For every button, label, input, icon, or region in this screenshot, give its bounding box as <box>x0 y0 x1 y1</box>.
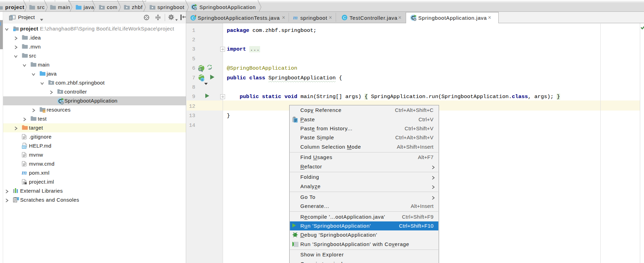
svg-text:C: C <box>192 16 195 20</box>
svg-text:C: C <box>343 16 346 20</box>
svg-text:MD: MD <box>22 146 26 148</box>
svg-text:c: c <box>201 78 203 81</box>
